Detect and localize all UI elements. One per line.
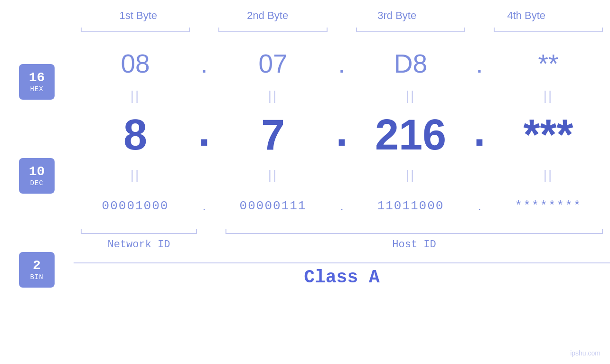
eq2-b4: || <box>487 168 610 183</box>
watermark: ipshu.com <box>570 349 601 357</box>
class-section: Class A <box>74 262 610 291</box>
hex-byte1: 08 <box>74 48 197 79</box>
eq1-b4: || <box>487 88 610 103</box>
eq1-b3: || <box>349 88 472 103</box>
network-id-label: Network ID <box>74 239 204 251</box>
bin-byte4: ******** <box>487 199 610 213</box>
dec-row: 8 . 7 . 216 . *** <box>74 106 610 163</box>
eq1-b1: || <box>74 88 197 103</box>
dec-byte3: 216 <box>349 113 472 156</box>
eq1-b2: || <box>211 88 335 103</box>
dec-sep1: . <box>197 107 211 163</box>
hex-sep3: . <box>472 48 487 79</box>
byte1-header: 1st Byte <box>74 9 203 22</box>
eq2-b3: || <box>349 168 472 183</box>
dec-badge: 10 DEC <box>19 158 55 194</box>
bin-byte3: 11011000 <box>349 199 472 213</box>
host-id-label: Host ID <box>218 239 610 251</box>
byte3-header: 3rd Byte <box>332 9 462 22</box>
hex-byte4: ** <box>487 48 610 79</box>
bin-badge: 2 BIN <box>19 252 55 288</box>
id-labels: Network ID Host ID <box>74 236 610 260</box>
equals-row2: || || || || <box>74 163 610 187</box>
hex-byte2: 07 <box>211 48 335 79</box>
bin-row: 00001000 . 00000111 . 11011000 . *******… <box>74 187 610 225</box>
byte4-header: 4th Byte <box>462 9 591 22</box>
hex-sep2: . <box>335 48 349 79</box>
bin-sep2: . <box>335 199 349 214</box>
dec-byte1: 8 <box>74 113 197 156</box>
bin-sep1: . <box>197 199 211 214</box>
dec-byte4: *** <box>487 113 610 156</box>
hex-sep1: . <box>197 48 211 79</box>
hex-row: 08 . 07 . D8 . ** <box>74 35 610 83</box>
bin-sep3: . <box>472 199 487 214</box>
class-label: Class A <box>304 267 380 288</box>
dec-byte2: 7 <box>211 113 335 156</box>
dec-sep3: . <box>472 107 487 163</box>
equals-row1: || || || || <box>74 83 610 106</box>
bin-byte2: 00000111 <box>211 199 335 213</box>
hex-badge: 16 HEX <box>19 64 55 100</box>
hex-byte3: D8 <box>349 48 472 79</box>
bin-byte1: 00001000 <box>74 199 197 213</box>
eq2-b1: || <box>74 168 197 183</box>
eq2-b2: || <box>211 168 335 183</box>
dec-sep2: . <box>335 107 349 163</box>
byte2-header: 2nd Byte <box>203 9 333 22</box>
